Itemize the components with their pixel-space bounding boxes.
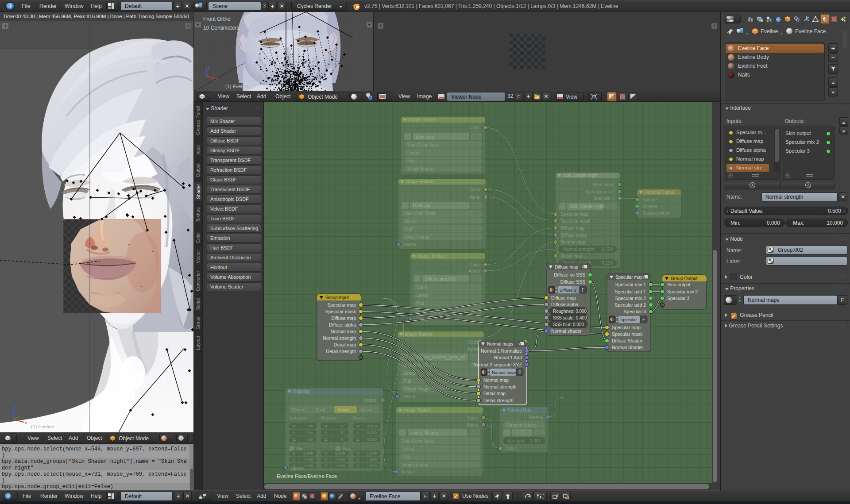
svg-text:Normal shader: Normal shader — [551, 328, 582, 334]
svg-text:X:: X: — [325, 451, 328, 456]
svg-text:(1) Eveline: (1) Eveline — [225, 84, 249, 89]
svg-text:Normal map: Normal map — [331, 329, 356, 334]
svg-text:x: x — [25, 420, 27, 425]
svg-text:Specular add 2: Specular add 2 — [614, 302, 646, 308]
svg-text:0.200: 0.200 — [602, 261, 613, 265]
svg-text:Normal strength:: Normal strength: — [563, 247, 595, 252]
svg-text:Single Image: Single Image — [407, 166, 433, 171]
svg-text:Flat: Flat — [407, 158, 415, 163]
svg-text:Diffuse alpha: Diffuse alpha — [329, 322, 356, 327]
svg-text:Diffuse alpha: Diffuse alpha — [551, 302, 578, 307]
svg-text:Tangent Space: Tangent Space — [506, 423, 536, 427]
svg-text:0m: 0m — [307, 424, 313, 428]
svg-text:Alpha: Alpha — [467, 347, 479, 352]
svg-text:Normal Shader: Normal Shader — [612, 345, 643, 350]
svg-text:Color: Color — [470, 187, 481, 192]
svg-text:Specular 3: Specular 3 — [667, 296, 689, 301]
svg-text:Specular map: Specular map — [327, 302, 356, 308]
svg-text:Z:: Z: — [293, 437, 296, 442]
svg-text:X:: X: — [356, 424, 360, 428]
svg-text:Location:: Location: — [290, 416, 308, 420]
svg-text:X:: X: — [325, 424, 328, 428]
svg-text:Flat: Flat — [404, 379, 411, 384]
svg-text:Front Ortho: Front Ortho — [203, 16, 231, 22]
svg-text:Specular mix 2: Specular mix 2 — [667, 289, 698, 294]
svg-text:Diffuse Shader: Diffuse Shader — [612, 338, 643, 343]
svg-text:Vector: Vector — [291, 466, 304, 471]
svg-text:Skin output: Skin output — [667, 282, 691, 287]
svg-text:Group Output: Group Output — [671, 276, 698, 281]
svg-text:Y:: Y: — [356, 431, 360, 435]
svg-text:1.000: 1.000 — [367, 458, 377, 462]
svg-text:SSS blur: 0.000: SSS blur: 0.000 — [553, 322, 584, 327]
svg-text:Skin Shader night: Skin Shader night — [570, 204, 605, 209]
svg-text:Mask.jpg: Mask.jpg — [413, 203, 430, 208]
svg-text:Detail strength: Detail strength — [483, 398, 514, 403]
svg-text:p skin_01.png: p skin_01.png — [410, 431, 438, 435]
svg-text:Y:: Y: — [325, 431, 328, 435]
svg-text:Normal: Normal — [529, 415, 543, 419]
svg-text:1.000: 1.000 — [303, 458, 313, 462]
svg-text:Color: Color — [468, 340, 479, 345]
svg-text:Normal 1 Add: Normal 1 Add — [494, 355, 522, 360]
svg-text:+: + — [187, 23, 190, 29]
svg-text:Single Image: Single Image — [405, 235, 431, 239]
svg-text:Color: Color — [469, 125, 480, 130]
svg-text:Color: Color — [417, 285, 428, 290]
svg-text:Detail strength: Detail strength — [326, 349, 356, 354]
svg-text:0°: 0° — [341, 437, 345, 442]
svg-text:+: + — [368, 22, 371, 27]
svg-text:Alpha: Alpha — [467, 423, 478, 427]
svg-text:Specular ...: Specular ... — [620, 317, 641, 322]
svg-text:Point: Point — [316, 407, 325, 412]
svg-text:Normal strength: Normal strength — [323, 335, 356, 341]
svg-text:Y:: Y: — [356, 458, 360, 462]
svg-text:Material Output: Material Output — [644, 190, 675, 195]
svg-text:Image Texture: Image Texture — [405, 332, 433, 337]
svg-text:Color: Color — [506, 446, 517, 451]
svg-text:Volume: Volume — [642, 204, 657, 209]
svg-text:Non-Color Data: Non-Color Data — [405, 211, 436, 216]
svg-text:0°: 0° — [341, 424, 345, 428]
svg-text:SSS scale: 0.400: SSS scale: 0.400 — [553, 315, 587, 320]
svg-text:Single Image: Single Image — [402, 462, 429, 467]
svg-text:Y:: Y: — [293, 431, 296, 435]
svg-text:1.000: 1.000 — [530, 439, 541, 443]
svg-text:Specular map: Specular map — [561, 212, 588, 217]
svg-text:1.000: 1.000 — [303, 464, 313, 468]
svg-text:0.080: 0.080 — [367, 437, 377, 442]
svg-text:Diffuse no SSS: Diffuse no SSS — [554, 272, 585, 277]
svg-text:Image Texture: Image Texture — [403, 408, 432, 412]
svg-text:Single Image: Single Image — [404, 387, 430, 392]
svg-text:Diffuse map: Diffuse map — [561, 226, 585, 231]
svg-text:Rotation:: Rotation: — [321, 416, 339, 420]
svg-text:Normal map: Normal map — [561, 240, 585, 245]
svg-text:X:: X: — [293, 424, 297, 428]
svg-text:Strength: Strength — [507, 439, 524, 443]
svg-text:Detail map: Detail map — [561, 254, 582, 258]
svg-text:Z:: Z: — [325, 437, 328, 442]
svg-text:Specular add 1: Specular add 1 — [614, 289, 646, 294]
svg-text:Diffuse map: Diffuse map — [555, 265, 579, 269]
svg-text:Specular mix 1: Specular mix 1 — [615, 282, 646, 287]
svg-text:Surface: Surface — [642, 197, 658, 202]
svg-text:1.000: 1.000 — [367, 451, 377, 456]
svg-text:Non-Color Data: Non-Color Data — [402, 439, 433, 443]
svg-text:Roughnes: 0.000: Roughnes: 0.000 — [553, 309, 587, 314]
svg-text:Scale:: Scale: — [353, 416, 365, 420]
svg-text:0.080: 0.080 — [367, 431, 377, 435]
svg-text:Vector: Vector — [338, 407, 350, 412]
svg-text:X:: X: — [293, 451, 297, 456]
svg-text:0m: 0m — [307, 437, 313, 442]
svg-text:Diffuse SSS: Diffuse SSS — [560, 279, 585, 285]
svg-text:Linear: Linear — [407, 150, 420, 155]
svg-text:Flat: Flat — [417, 301, 424, 306]
svg-text:Image Texture: Image Texture — [406, 179, 434, 184]
svg-text:Linear: Linear — [417, 293, 429, 298]
svg-text:z: z — [208, 66, 210, 70]
svg-text:Detail map: Detail map — [483, 391, 506, 396]
svg-text:Specular 3: Specular 3 — [624, 309, 646, 314]
svg-text:Spec.png: Spec.png — [415, 135, 434, 139]
svg-text:Normal 1 Normalize: Normal 1 Normalize — [481, 348, 522, 354]
svg-text:Image Texture: Image Texture — [408, 117, 437, 122]
